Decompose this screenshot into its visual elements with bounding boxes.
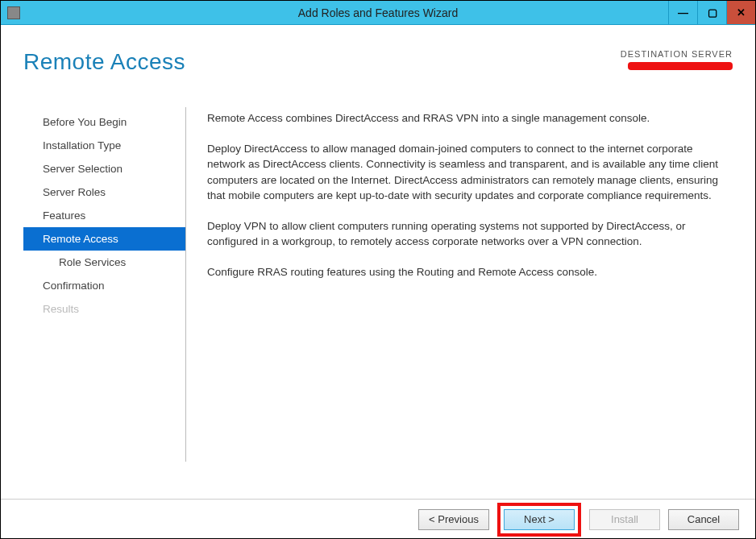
body-row: Before You Begin Installation Type Serve… — [23, 107, 733, 462]
description-paragraph: Configure RRAS routing features using th… — [207, 264, 723, 280]
sidebar-item-results: Results — [23, 297, 185, 321]
sidebar-item-confirmation[interactable]: Confirmation — [23, 274, 185, 297]
wizard-sidebar: Before You Begin Installation Type Serve… — [23, 107, 186, 462]
window-controls: — ▢ ✕ — [668, 1, 755, 24]
app-icon — [7, 6, 20, 19]
maximize-button[interactable]: ▢ — [697, 1, 726, 24]
minimize-button[interactable]: — — [668, 1, 697, 24]
sidebar-item-installation-type[interactable]: Installation Type — [23, 134, 185, 157]
next-button[interactable]: Next > — [504, 509, 575, 530]
sidebar-item-features[interactable]: Features — [23, 204, 185, 227]
page-title: Remote Access — [23, 49, 185, 75]
description-paragraph: Remote Access combines DirectAccess and … — [207, 110, 723, 126]
sidebar-item-before-you-begin[interactable]: Before You Begin — [23, 110, 185, 134]
description-paragraph: Deploy DirectAccess to allow managed dom… — [207, 141, 723, 204]
sidebar-item-remote-access[interactable]: Remote Access — [23, 227, 185, 251]
sidebar-item-server-roles[interactable]: Server Roles — [23, 180, 185, 204]
wizard-footer: < Previous Next > Install Cancel — [1, 499, 755, 539]
destination-server-box: DESTINATION SERVER — [621, 49, 733, 70]
cancel-button[interactable]: Cancel — [668, 509, 739, 530]
previous-button[interactable]: < Previous — [418, 509, 489, 530]
sidebar-item-server-selection[interactable]: Server Selection — [23, 157, 185, 180]
window-title: Add Roles and Features Wizard — [298, 6, 458, 19]
description-paragraph: Deploy VPN to allow client computers run… — [207, 218, 723, 250]
sidebar-item-role-services[interactable]: Role Services — [23, 251, 185, 274]
main-description: Remote Access combines DirectAccess and … — [186, 107, 733, 462]
destination-server-name-redacted — [628, 62, 733, 70]
header-row: Remote Access DESTINATION SERVER — [23, 49, 733, 75]
destination-server-label: DESTINATION SERVER — [621, 49, 733, 59]
close-button[interactable]: ✕ — [726, 1, 755, 24]
next-button-highlight: Next > — [497, 503, 581, 537]
install-button: Install — [589, 509, 660, 530]
titlebar: Add Roles and Features Wizard — ▢ ✕ — [1, 1, 755, 25]
content-area: Remote Access DESTINATION SERVER Before … — [1, 25, 755, 499]
